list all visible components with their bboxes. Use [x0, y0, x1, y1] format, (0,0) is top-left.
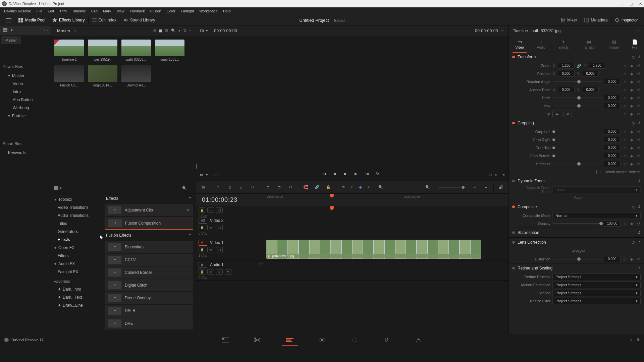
- menu-davinci[interactable]: DaVinci Resolve: [1, 9, 34, 13]
- metadata-button[interactable]: Metadata: [581, 16, 611, 24]
- in-point-icon[interactable]: ⇤: [495, 173, 498, 177]
- deliver-page-tab[interactable]: [413, 336, 425, 344]
- fx-more-icon[interactable]: ⋯: [190, 186, 193, 190]
- inspector-tab-transition[interactable]: ⧓Transition: [579, 38, 599, 51]
- track-lane[interactable]: [266, 206, 508, 216]
- track-header[interactable]: V1Video 1🔒▭◻1 Clip: [196, 238, 266, 260]
- fx-tree-item[interactable]: Effects: [51, 236, 102, 244]
- zoom-tool[interactable]: 🔍: [377, 183, 385, 191]
- edit-index-button[interactable]: Edit Index: [89, 16, 120, 24]
- menu-color[interactable]: Color: [164, 9, 178, 13]
- media-clip[interactable]: DaVinci Re...: [121, 65, 151, 87]
- bin-item[interactable]: ▾Master: [0, 72, 51, 80]
- menu-edit[interactable]: Edit: [45, 9, 57, 13]
- fx-tree-item[interactable]: ▾Toolbox: [51, 195, 102, 203]
- inspector-more-icon[interactable]: ⋯: [636, 28, 640, 33]
- fx-tree-item[interactable]: Generators: [51, 228, 102, 236]
- section-header[interactable]: Cropping◇↺: [509, 118, 644, 128]
- fx-group-header[interactable]: Fusion Effects⌃: [102, 230, 196, 240]
- section-header[interactable]: Composite◇↺: [509, 202, 644, 212]
- playhead[interactable]: [332, 194, 332, 206]
- replace-tool[interactable]: ⊓: [286, 183, 294, 191]
- viewer-scrubber[interactable]: [196, 164, 508, 169]
- flag-icon[interactable]: ⚑: [339, 183, 347, 191]
- effects-library-button[interactable]: Effects Library: [49, 16, 88, 24]
- inspector-tab-audio[interactable]: ♪Audio: [534, 38, 548, 51]
- marker-icon[interactable]: ◆: [356, 183, 364, 191]
- bin-item[interactable]: Video: [0, 80, 51, 88]
- media-page-tab[interactable]: [219, 336, 231, 344]
- track-header[interactable]: 🔒▭◻0 Clip: [196, 206, 266, 216]
- snap-icon[interactable]: 🧲: [302, 183, 310, 191]
- insert-tool[interactable]: ⊏: [264, 183, 272, 191]
- home-icon[interactable]: ⌂: [630, 338, 632, 342]
- close-button[interactable]: ✕: [639, 2, 642, 6]
- menu-mark[interactable]: Mark: [100, 9, 114, 13]
- edit-page-tab[interactable]: [284, 336, 296, 344]
- view-list-icon[interactable]: ☰: [165, 28, 168, 33]
- zoom-out-icon[interactable]: −: [471, 183, 479, 191]
- inspector-tab-effects[interactable]: ✦Effects: [556, 38, 571, 51]
- layout-button[interactable]: [3, 16, 15, 24]
- menu-view[interactable]: View: [114, 9, 127, 13]
- section-header[interactable]: Stabilization↺: [509, 228, 644, 237]
- search-icon[interactable]: 🔍: [171, 28, 176, 33]
- bin-item[interactable]: Intro: [0, 88, 51, 96]
- section-header[interactable]: Dynamic Zoom↺: [509, 176, 644, 186]
- inspector-tab-file[interactable]: 📄File: [629, 38, 640, 51]
- track-lane[interactable]: ⊕path-832031.jpg: [266, 238, 508, 260]
- tl-search-icon[interactable]: 🔍: [424, 183, 432, 191]
- sort-icon[interactable]: ⇅: [183, 28, 186, 33]
- menu-file[interactable]: File: [34, 9, 45, 13]
- sound-library-button[interactable]: Sound Library: [120, 16, 159, 24]
- timeline-clip[interactable]: ⊕path-832031.jpg: [266, 240, 481, 259]
- fx-tree-item[interactable]: Fairlight FX: [51, 268, 102, 276]
- fx-item[interactable]: ✦CCTV: [105, 254, 193, 266]
- zoom-fit[interactable]: Fit▾: [200, 28, 208, 33]
- match-frame-icon[interactable]: ⊡: [489, 173, 492, 177]
- bin-item[interactable]: ▾Fortnite: [0, 112, 51, 120]
- bin-item[interactable]: Keywords: [0, 149, 51, 157]
- bypass-icon[interactable]: ▭: [200, 173, 203, 177]
- menu-help[interactable]: Help: [220, 9, 233, 13]
- media-clip[interactable]: lamb-1353...: [155, 40, 184, 61]
- dynamic-trim-tool[interactable]: ⎌: [237, 183, 245, 191]
- stop-button[interactable]: ■: [344, 172, 350, 178]
- master-tab[interactable]: Master: [1, 36, 21, 44]
- color-chip[interactable]: [74, 29, 76, 32]
- color-page-tab[interactable]: [348, 336, 360, 344]
- media-clip[interactable]: river-29519...: [88, 40, 117, 61]
- section-header[interactable]: Transform◇↺: [509, 52, 644, 62]
- media-clip[interactable]: path-83203...: [121, 40, 151, 61]
- bin-item[interactable]: Werbung: [0, 104, 51, 112]
- inspector-tab-video[interactable]: ▭Video: [513, 38, 526, 51]
- fx-tree-item[interactable]: Video Transitions: [51, 203, 102, 212]
- media-clip[interactable]: Fusion Co...: [54, 65, 84, 87]
- section-header[interactable]: Lens Correction◇↺: [509, 238, 644, 247]
- fx-item[interactable]: ✦DVE: [105, 317, 193, 329]
- first-frame-button[interactable]: ⏮: [322, 172, 328, 178]
- last-frame-button[interactable]: ⏭: [365, 172, 371, 178]
- menu-playback[interactable]: Playback: [127, 9, 148, 13]
- selection-tool[interactable]: ↖: [214, 183, 222, 191]
- favorite-item[interactable]: ★Draw...Line: [51, 301, 102, 309]
- play-button[interactable]: ▶: [355, 172, 361, 178]
- section-header[interactable]: Retime and Scaling↺: [509, 263, 644, 273]
- media-clip[interactable]: dog-18014...: [88, 65, 117, 87]
- menu-trim[interactable]: Trim: [57, 9, 69, 13]
- fx-tree-item[interactable]: Audio Transitions: [51, 212, 102, 220]
- fusion-page-tab[interactable]: [316, 336, 328, 344]
- settings-icon[interactable]: ⚙: [637, 338, 640, 342]
- favorite-item[interactable]: ★Dark...hird: [51, 285, 102, 293]
- timeline-ruler[interactable]: 01:00:00:00 01:00:02:00: [266, 194, 508, 206]
- inspector-button[interactable]: Inspector: [611, 16, 641, 24]
- volume-icon[interactable]: 🔊: [497, 183, 505, 191]
- breadcrumb[interactable]: Master: [57, 28, 70, 33]
- media-pool-button[interactable]: Media Pool: [15, 16, 49, 24]
- loop-button[interactable]: ↻: [376, 172, 382, 178]
- fx-tree-item[interactable]: ▾Audio FX: [51, 260, 102, 268]
- fx-tree-item[interactable]: Filters: [51, 252, 102, 260]
- fairlight-page-tab[interactable]: [380, 336, 392, 344]
- favorite-item[interactable]: ★Dark...Text: [51, 293, 102, 301]
- inspector-tab-image[interactable]: ▨Image: [607, 38, 622, 51]
